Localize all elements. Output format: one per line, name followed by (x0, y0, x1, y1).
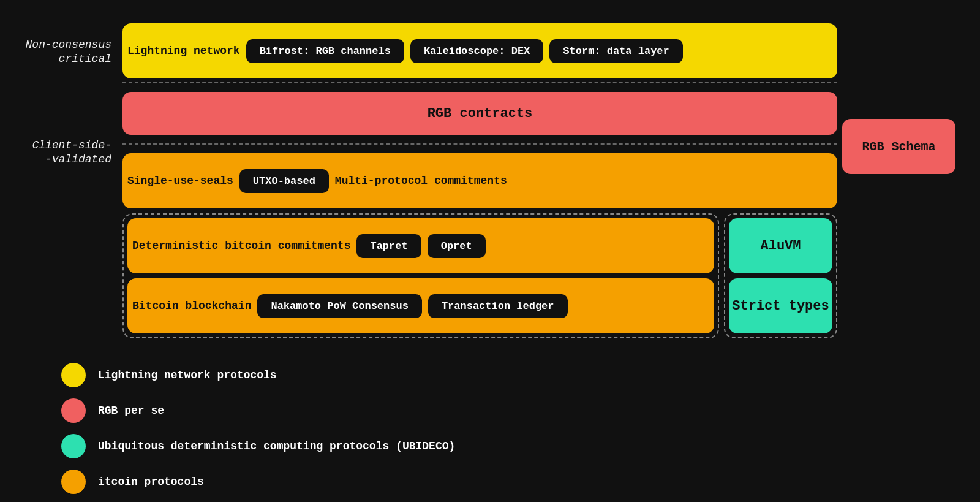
legend-text-bitcoin: itcoin protocols (98, 476, 204, 488)
legend-item-ubideco: Ubiquitous deterministic computing proto… (61, 434, 956, 458)
separator-1 (123, 82, 837, 83)
spacer-bottom (842, 179, 956, 306)
csv-mpc-label: Multi-protocol commitments (335, 175, 832, 187)
legend-dot-salmon (61, 398, 86, 423)
row-lightning: Lightning network Bifrost: RGB channels … (123, 23, 837, 78)
separator-2 (123, 143, 837, 145)
row-dbc: Deterministic bitcoin commitments Tapret… (127, 218, 714, 273)
row-rgb-contracts: RGB contracts (123, 92, 837, 135)
lightning-label: Lightning network (127, 45, 240, 57)
pill-txledger: Transaction ledger (428, 294, 568, 318)
pill-aluvm: AluVM (729, 218, 832, 273)
blockchain-label: Bitcoin blockchain (132, 300, 251, 312)
legend-dot-teal (61, 434, 86, 458)
legend: Lightning network protocols RGB per se U… (24, 363, 956, 494)
far-right-column: RGB Schema (842, 18, 956, 306)
pill-opret: Opret (428, 234, 486, 258)
spacer-lightning (842, 18, 956, 74)
pill-storm: Storm: data layer (549, 39, 682, 63)
pill-bifrost: Bifrost: RGB channels (246, 39, 404, 63)
legend-text-ubideco: Ubiquitous deterministic computing proto… (98, 440, 455, 452)
legend-dot-yellow (61, 363, 86, 387)
pill-rgb-schema: RGB Schema (842, 119, 956, 174)
csv-label: Single-use-seals (127, 175, 233, 187)
dashed-box-right: AluVM Strict types (724, 213, 837, 338)
diagram-container: Non-consensus critical Client-side- -val… (24, 18, 956, 338)
legend-dot-orange (61, 470, 86, 494)
center-column: Lightning network Bifrost: RGB channels … (123, 18, 837, 338)
legend-item-rgb: RGB per se (61, 398, 956, 423)
legend-text-lightning: Lightning network protocols (98, 369, 277, 381)
legend-text-rgb: RGB per se (98, 405, 164, 417)
label-non-consensus: Non-consensus critical (24, 25, 123, 80)
pill-strict-types: Strict types (729, 278, 832, 333)
pill-tapret: Tapret (356, 234, 421, 258)
spacer-rgb (842, 75, 956, 118)
legend-item-lightning: Lightning network protocols (61, 363, 956, 387)
dashed-box-main: Deterministic bitcoin commitments Tapret… (123, 213, 719, 338)
label-rgb-contracts (24, 81, 123, 124)
label-client-side: Client-side- -validated (24, 125, 123, 180)
rgb-contracts-label: RGB contracts (428, 106, 533, 121)
row-csv: Single-use-seals UTXO-based Multi-protoc… (123, 153, 837, 208)
legend-item-bitcoin: itcoin protocols (61, 470, 956, 494)
labels-column: Non-consensus critical Client-side- -val… (24, 18, 123, 180)
bottom-area: Deterministic bitcoin commitments Tapret… (123, 213, 837, 338)
pill-utxo: UTXO-based (239, 169, 329, 193)
pill-kaleidoscope: Kaleidoscope: DEX (410, 39, 543, 63)
dbc-label: Deterministic bitcoin commitments (132, 240, 350, 252)
pill-nakamoto: Nakamoto PoW Consensus (257, 294, 421, 318)
row-blockchain: Bitcoin blockchain Nakamoto PoW Consensu… (127, 278, 714, 333)
